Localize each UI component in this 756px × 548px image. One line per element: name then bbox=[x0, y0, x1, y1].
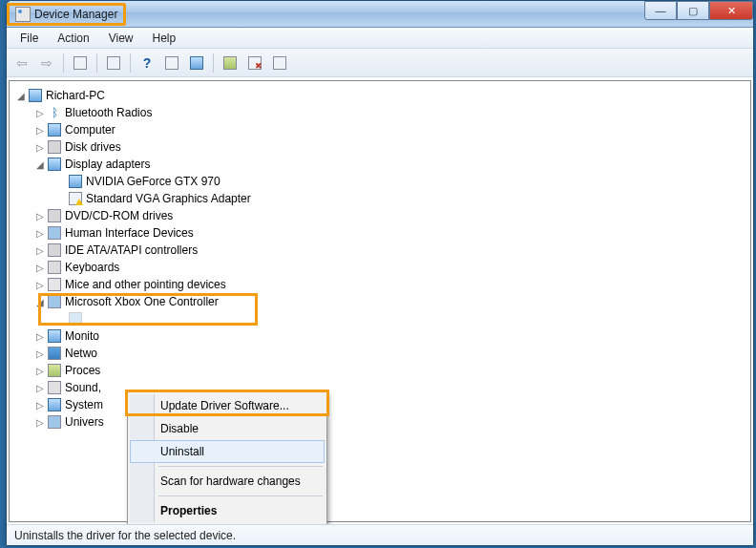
tree-item-label: IDE ATA/ATAPI controllers bbox=[65, 243, 198, 257]
tree-item-label: Sound, bbox=[65, 381, 101, 394]
cm-scan[interactable]: Scan for hardware changes bbox=[130, 470, 325, 493]
tree-item-standard-vga[interactable]: Standard VGA Graphics Adapter bbox=[13, 190, 746, 207]
window-title: Device Manager bbox=[34, 8, 117, 21]
statusbar: Uninstalls the driver for the selected d… bbox=[7, 524, 753, 545]
menu-action[interactable]: Action bbox=[50, 30, 96, 47]
tree-item-xbox-controller[interactable]: ◢ Microsoft Xbox One Controller bbox=[13, 293, 746, 310]
menu-help[interactable]: Help bbox=[145, 30, 184, 47]
collapse-icon[interactable]: ◢ bbox=[34, 159, 46, 170]
properties-button[interactable] bbox=[102, 52, 125, 74]
expand-icon[interactable]: ▷ bbox=[34, 108, 46, 118]
tree-item-label: Netwo bbox=[65, 347, 97, 360]
tree-item-computer[interactable]: ▷ Computer bbox=[13, 121, 746, 138]
scan-button[interactable] bbox=[185, 52, 208, 74]
display-warn-icon bbox=[68, 191, 83, 206]
expand-icon[interactable]: ▷ bbox=[34, 125, 46, 136]
tree-item-keyboards[interactable]: ▷ Keyboards bbox=[13, 259, 746, 276]
expand-icon[interactable]: ▷ bbox=[34, 400, 46, 411]
tree-item-ide[interactable]: ▷ IDE ATA/ATAPI controllers bbox=[13, 242, 746, 259]
device-tree[interactable]: ◢ Richard-PC ▷ ᛒ Bluetooth Radios ▷ Comp… bbox=[9, 80, 751, 522]
expand-icon[interactable]: ▷ bbox=[34, 366, 46, 376]
statusbar-text: Uninstalls the driver for the selected d… bbox=[14, 529, 236, 542]
controller-icon bbox=[47, 294, 62, 309]
uninstall-icon: ✖ bbox=[248, 56, 262, 70]
expand-icon[interactable]: ▷ bbox=[34, 211, 46, 221]
expand-icon[interactable]: ▷ bbox=[34, 228, 46, 239]
show-hidden-button[interactable] bbox=[69, 52, 92, 74]
close-button[interactable]: ✕ bbox=[709, 1, 753, 20]
maximize-button[interactable]: ▢ bbox=[677, 1, 709, 20]
help-button[interactable]: ? bbox=[136, 52, 158, 74]
cm-properties[interactable]: Properties bbox=[130, 499, 325, 522]
tree-item-processors[interactable]: ▷ Proces bbox=[13, 362, 746, 379]
device-manager-window: Device Manager — ▢ ✕ File Action View He… bbox=[6, 0, 754, 546]
tree-item-network[interactable]: ▷ Netwo bbox=[13, 345, 746, 362]
tree-item-hid[interactable]: ▷ Human Interface Devices bbox=[13, 224, 746, 242]
tree-item-monitors[interactable]: ▷ Monito bbox=[13, 327, 746, 345]
cm-update-driver[interactable]: Update Driver Software... bbox=[130, 394, 325, 417]
expand-icon[interactable]: ▷ bbox=[34, 331, 46, 342]
tree-item-label: DVD/CD-ROM drives bbox=[65, 209, 173, 222]
expand-icon[interactable]: ▷ bbox=[34, 348, 46, 359]
minimize-button[interactable]: — bbox=[644, 1, 677, 20]
tree-item-mice[interactable]: ▷ Mice and other pointing devices bbox=[13, 276, 746, 293]
tree-item-sound[interactable]: ▷ Sound, bbox=[13, 379, 746, 396]
tree-item-label: Display adapters bbox=[65, 158, 150, 171]
toolbar-separator bbox=[63, 53, 64, 73]
nav-back-button[interactable]: ⇦ bbox=[10, 52, 33, 74]
system-icon bbox=[47, 397, 62, 412]
nav-forward-button[interactable]: ⇨ bbox=[35, 52, 58, 74]
mouse-icon bbox=[47, 277, 62, 292]
refresh-icon bbox=[273, 56, 286, 70]
tree-root-label: Richard-PC bbox=[46, 89, 105, 102]
tree-item-usb[interactable]: ▷ Univers bbox=[13, 413, 746, 431]
content-area: ◢ Richard-PC ▷ ᛒ Bluetooth Radios ▷ Comp… bbox=[7, 77, 753, 524]
expand-icon[interactable]: ▷ bbox=[34, 383, 46, 393]
toolbar-separator bbox=[130, 53, 131, 73]
dvd-icon bbox=[47, 208, 62, 223]
cm-disable[interactable]: Disable bbox=[130, 417, 325, 440]
app-icon bbox=[15, 7, 31, 22]
tree-item-system[interactable]: ▷ System bbox=[13, 396, 746, 413]
tree-root[interactable]: ◢ Richard-PC bbox=[13, 87, 746, 104]
expand-icon[interactable]: ▷ bbox=[34, 417, 46, 428]
collapse-icon[interactable]: ◢ bbox=[34, 297, 46, 307]
tree-item-disk-drives[interactable]: ▷ Disk drives bbox=[13, 138, 746, 156]
toolbar: ⇦ ⇨ ? ✖ bbox=[7, 49, 753, 77]
menu-view[interactable]: View bbox=[101, 30, 141, 47]
tree-item-gtx970[interactable]: NVIDIA GeForce GTX 970 bbox=[13, 173, 746, 190]
view-button[interactable] bbox=[160, 52, 183, 74]
controller-icon bbox=[68, 311, 83, 327]
expand-icon[interactable]: ▷ bbox=[34, 245, 46, 256]
help-icon: ? bbox=[143, 55, 152, 71]
update-driver-button[interactable] bbox=[219, 52, 242, 74]
expand-icon[interactable]: ▷ bbox=[34, 142, 46, 153]
tree-item-display-adapters[interactable]: ◢ Display adapters bbox=[13, 156, 746, 173]
tree-item-bluetooth[interactable]: ▷ ᛒ Bluetooth Radios bbox=[13, 104, 746, 121]
monitor-icon bbox=[47, 328, 62, 344]
menu-file[interactable]: File bbox=[12, 30, 46, 47]
update-icon bbox=[223, 56, 237, 70]
tree-item-label: Proces bbox=[65, 364, 100, 377]
titlebar[interactable]: Device Manager — ▢ ✕ bbox=[7, 1, 753, 28]
toolbar-separator bbox=[96, 53, 97, 73]
tree-item-label: System bbox=[65, 398, 103, 411]
expand-icon[interactable]: ▷ bbox=[34, 263, 46, 273]
tree-item-label: Keyboards bbox=[65, 261, 119, 274]
usb-icon bbox=[47, 414, 62, 430]
collapse-icon[interactable]: ◢ bbox=[15, 91, 27, 101]
grid-icon bbox=[74, 56, 87, 70]
tree-item-xbox-child[interactable] bbox=[13, 310, 746, 327]
list-icon bbox=[165, 56, 178, 70]
tree-item-dvd[interactable]: ▷ DVD/CD-ROM drives bbox=[13, 207, 746, 224]
bluetooth-icon: ᛒ bbox=[47, 105, 62, 120]
arrow-left-icon: ⇦ bbox=[16, 55, 28, 71]
cm-uninstall[interactable]: Uninstall bbox=[130, 440, 325, 463]
tree-item-label: Mice and other pointing devices bbox=[65, 278, 226, 291]
arrow-right-icon: ⇨ bbox=[41, 55, 52, 71]
sound-icon bbox=[47, 380, 62, 395]
uninstall-button[interactable]: ✖ bbox=[243, 52, 266, 74]
keyboard-icon bbox=[47, 260, 62, 275]
refresh-button[interactable] bbox=[268, 52, 291, 74]
expand-icon[interactable]: ▷ bbox=[34, 280, 46, 290]
